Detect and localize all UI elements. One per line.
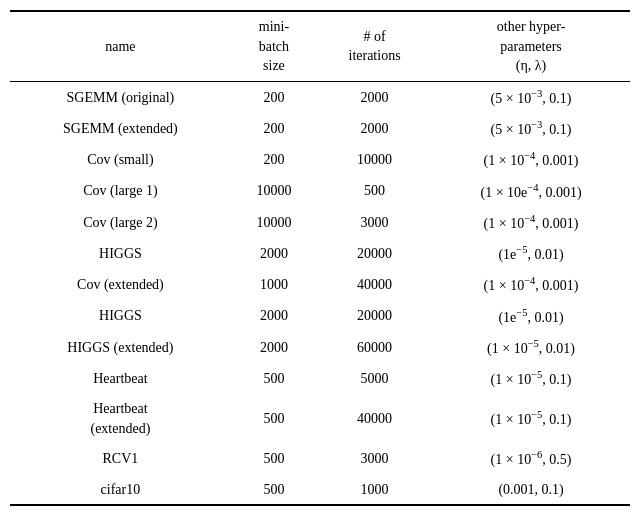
hyperparameters-table: name mini-batchsize # ofiterations other… [10, 10, 630, 506]
cell-batch: 10000 [231, 176, 317, 207]
cell-name: HIGGS (extended) [10, 332, 231, 363]
table-row: Heartbeat(extended)50040000(1 × 10−5, 0.… [10, 394, 630, 443]
table-row: cifar105001000(0.001, 0.1) [10, 475, 630, 506]
cell-batch: 2000 [231, 301, 317, 332]
table-row: SGEMM (original)2002000(5 × 10−3, 0.1) [10, 81, 630, 113]
cell-name: cifar10 [10, 475, 231, 506]
cell-iterations: 40000 [317, 269, 432, 300]
cell-iterations: 3000 [317, 207, 432, 238]
cell-hyperparams: (5 × 10−3, 0.1) [432, 113, 630, 144]
cell-name: SGEMM (extended) [10, 113, 231, 144]
cell-batch: 500 [231, 475, 317, 506]
cell-hyperparams: (0.001, 0.1) [432, 475, 630, 506]
cell-iterations: 10000 [317, 144, 432, 175]
table-row: HIGGS (extended)200060000(1 × 10−5, 0.01… [10, 332, 630, 363]
cell-iterations: 1000 [317, 475, 432, 506]
cell-name: Cov (extended) [10, 269, 231, 300]
cell-hyperparams: (1 × 10−5, 0.1) [432, 394, 630, 443]
cell-hyperparams: (1 × 10−5, 0.1) [432, 363, 630, 394]
cell-iterations: 500 [317, 176, 432, 207]
cell-iterations: 20000 [317, 238, 432, 269]
header-iterations: # ofiterations [317, 11, 432, 81]
cell-hyperparams: (1 × 10−4, 0.001) [432, 207, 630, 238]
cell-hyperparams: (1 × 10−4, 0.001) [432, 144, 630, 175]
cell-batch: 500 [231, 394, 317, 443]
cell-batch: 1000 [231, 269, 317, 300]
cell-name: SGEMM (original) [10, 81, 231, 113]
cell-hyperparams: (1e−5, 0.01) [432, 238, 630, 269]
cell-name: Heartbeat(extended) [10, 394, 231, 443]
cell-batch: 200 [231, 144, 317, 175]
table-row: Cov (extended)100040000(1 × 10−4, 0.001) [10, 269, 630, 300]
cell-name: HIGGS [10, 301, 231, 332]
cell-hyperparams: (1 × 10e−4, 0.001) [432, 176, 630, 207]
cell-name: Cov (large 2) [10, 207, 231, 238]
cell-batch: 500 [231, 363, 317, 394]
table-row: HIGGS200020000(1e−5, 0.01) [10, 238, 630, 269]
cell-batch: 2000 [231, 332, 317, 363]
table-row: RCV15003000(1 × 10−6, 0.5) [10, 443, 630, 474]
cell-iterations: 20000 [317, 301, 432, 332]
cell-iterations: 5000 [317, 363, 432, 394]
cell-batch: 10000 [231, 207, 317, 238]
cell-hyperparams: (1 × 10−6, 0.5) [432, 443, 630, 474]
cell-name: Cov (large 1) [10, 176, 231, 207]
header-batch: mini-batchsize [231, 11, 317, 81]
cell-iterations: 40000 [317, 394, 432, 443]
cell-batch: 2000 [231, 238, 317, 269]
cell-iterations: 3000 [317, 443, 432, 474]
cell-batch: 200 [231, 113, 317, 144]
cell-iterations: 2000 [317, 81, 432, 113]
header-hyperparams: other hyper-parameters(η, λ) [432, 11, 630, 81]
table-row: Cov (small)20010000(1 × 10−4, 0.001) [10, 144, 630, 175]
table-row: Cov (large 1)10000500(1 × 10e−4, 0.001) [10, 176, 630, 207]
table-row: Cov (large 2)100003000(1 × 10−4, 0.001) [10, 207, 630, 238]
cell-name: Heartbeat [10, 363, 231, 394]
table-row: Heartbeat5005000(1 × 10−5, 0.1) [10, 363, 630, 394]
cell-batch: 500 [231, 443, 317, 474]
table-row: SGEMM (extended)2002000(5 × 10−3, 0.1) [10, 113, 630, 144]
table-row: HIGGS200020000(1e−5, 0.01) [10, 301, 630, 332]
cell-hyperparams: (1 × 10−5, 0.01) [432, 332, 630, 363]
cell-iterations: 60000 [317, 332, 432, 363]
cell-hyperparams: (5 × 10−3, 0.1) [432, 81, 630, 113]
cell-hyperparams: (1e−5, 0.01) [432, 301, 630, 332]
cell-name: Cov (small) [10, 144, 231, 175]
cell-iterations: 2000 [317, 113, 432, 144]
cell-name: RCV1 [10, 443, 231, 474]
cell-name: HIGGS [10, 238, 231, 269]
cell-hyperparams: (1 × 10−4, 0.001) [432, 269, 630, 300]
cell-batch: 200 [231, 81, 317, 113]
header-name: name [10, 11, 231, 81]
